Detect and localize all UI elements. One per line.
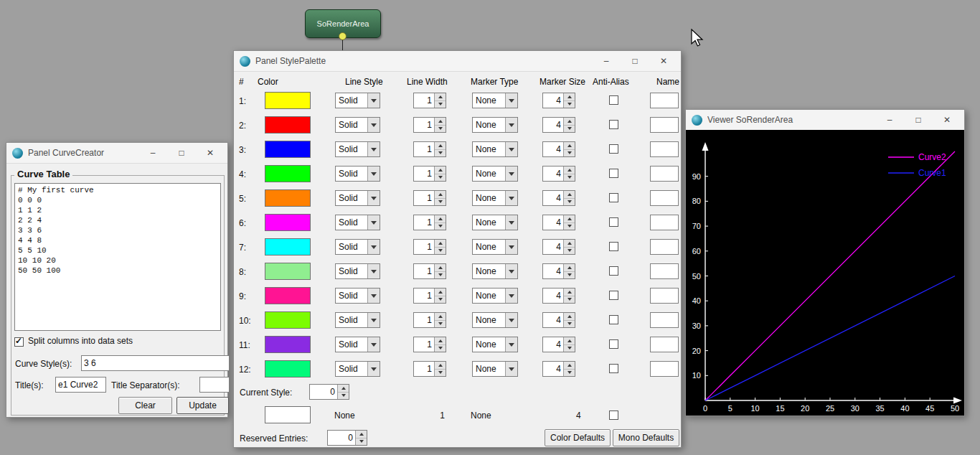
line-width-spinner[interactable]: 1 [413, 117, 446, 133]
name-input[interactable] [650, 337, 679, 352]
spin-up-icon[interactable] [435, 93, 446, 101]
marker-type-select[interactable]: None [472, 263, 518, 279]
spin-up-icon[interactable] [564, 215, 575, 223]
marker-size-spinner[interactable]: 4 [542, 288, 575, 304]
color-swatch[interactable] [265, 116, 311, 133]
marker-type-select[interactable]: None [472, 141, 518, 157]
node-output-connector[interactable] [339, 32, 347, 40]
spin-down-icon[interactable] [564, 321, 575, 328]
color-swatch[interactable] [265, 287, 311, 304]
spin-up-icon[interactable] [564, 362, 575, 370]
spin-up-icon[interactable] [435, 240, 446, 248]
minimize-icon[interactable]: – [138, 145, 167, 161]
name-input[interactable] [650, 93, 679, 108]
line-style-select[interactable]: Solid [335, 93, 380, 108]
spin-down-icon[interactable] [435, 223, 446, 230]
name-input[interactable] [650, 190, 679, 206]
line-style-select[interactable]: Solid [335, 288, 380, 304]
marker-size-spinner[interactable]: 4 [542, 312, 575, 328]
spin-up-icon[interactable] [435, 337, 446, 345]
minimize-icon[interactable]: – [875, 112, 904, 128]
spin-down-icon[interactable] [564, 174, 575, 182]
name-input[interactable] [650, 166, 679, 182]
anti-alias-checkbox[interactable] [609, 120, 618, 129]
marker-size-spinner[interactable]: 4 [542, 215, 575, 230]
line-width-spinner[interactable]: 1 [413, 190, 446, 206]
line-width-spinner[interactable]: 1 [413, 312, 446, 328]
spin-up-icon[interactable] [435, 264, 446, 272]
spin-down-icon[interactable] [435, 272, 446, 279]
spin-up-icon[interactable] [435, 313, 446, 321]
spin-down-icon[interactable] [435, 296, 446, 304]
anti-alias-checkbox[interactable] [609, 144, 618, 154]
spin-down-icon[interactable] [564, 272, 575, 279]
color-swatch[interactable] [265, 311, 311, 329]
spin-down-icon[interactable] [564, 199, 575, 206]
anti-alias-checkbox[interactable] [609, 242, 618, 251]
name-input[interactable] [650, 263, 679, 279]
marker-size-spinner[interactable]: 4 [542, 166, 575, 182]
title-separator-input[interactable] [199, 377, 230, 393]
anti-alias-checkbox[interactable] [609, 95, 618, 105]
spin-down-icon[interactable] [564, 223, 575, 230]
line-style-select[interactable]: Solid [335, 141, 380, 157]
marker-type-select[interactable]: None [472, 288, 518, 304]
color-swatch[interactable] [265, 238, 311, 255]
name-input[interactable] [650, 117, 679, 133]
spin-up-icon[interactable] [356, 431, 367, 438]
line-width-spinner[interactable]: 1 [413, 215, 446, 230]
name-input[interactable] [650, 141, 679, 157]
color-swatch[interactable] [265, 214, 311, 231]
anti-alias-checkbox[interactable] [609, 315, 618, 324]
color-swatch[interactable] [265, 360, 311, 377]
marker-size-spinner[interactable]: 4 [542, 337, 575, 352]
line-width-spinner[interactable]: 1 [413, 239, 446, 255]
marker-type-select[interactable]: None [472, 215, 518, 230]
spin-down-icon[interactable] [435, 101, 446, 108]
spin-up-icon[interactable] [435, 166, 446, 174]
line-style-select[interactable]: Solid [335, 215, 380, 230]
marker-size-spinner[interactable]: 4 [542, 141, 575, 157]
spin-down-icon[interactable] [435, 126, 446, 133]
spin-down-icon[interactable] [564, 296, 575, 304]
spin-up-icon[interactable] [435, 289, 446, 296]
line-style-select[interactable]: Solid [335, 263, 380, 279]
anti-alias-checkbox[interactable] [609, 291, 618, 300]
spin-down-icon[interactable] [435, 199, 446, 206]
maximize-icon[interactable]: □ [167, 145, 196, 161]
render-canvas[interactable]: 05101520253035404550102030405060708090Cu… [686, 130, 964, 416]
spin-down-icon[interactable] [435, 370, 446, 377]
marker-type-select[interactable]: None [472, 166, 518, 182]
maximize-icon[interactable]: □ [621, 53, 649, 69]
marker-type-select[interactable]: None [472, 361, 518, 377]
spin-down-icon[interactable] [435, 321, 446, 328]
marker-type-select[interactable]: None [472, 117, 518, 133]
line-style-select[interactable]: Solid [335, 239, 380, 255]
minimize-icon[interactable]: – [592, 53, 621, 69]
line-width-spinner[interactable]: 1 [413, 141, 446, 157]
spin-up-icon[interactable] [564, 240, 575, 248]
spin-down-icon[interactable] [338, 393, 349, 400]
color-swatch[interactable] [265, 92, 311, 109]
titlebar-viewer[interactable]: Viewer SoRenderArea – □ ✕ [686, 110, 964, 131]
spin-down-icon[interactable] [435, 174, 446, 182]
anti-alias-checkbox[interactable] [609, 217, 618, 227]
update-button[interactable]: Update [176, 397, 229, 414]
spin-down-icon[interactable] [435, 248, 446, 255]
anti-alias-checkbox[interactable] [609, 193, 618, 202]
close-icon[interactable]: ✕ [933, 112, 961, 128]
line-width-spinner[interactable]: 1 [413, 361, 446, 377]
spin-up-icon[interactable] [564, 142, 575, 150]
name-input[interactable] [650, 312, 679, 328]
titles-input[interactable] [55, 377, 106, 393]
marker-type-select[interactable]: None [472, 312, 518, 328]
spin-up-icon[interactable] [435, 118, 446, 126]
curve-styles-input[interactable] [81, 355, 230, 371]
marker-size-spinner[interactable]: 4 [542, 239, 575, 255]
marker-type-select[interactable]: None [472, 190, 518, 206]
spin-down-icon[interactable] [356, 438, 367, 446]
titlebar-curvecreator[interactable]: Panel CurveCreator – □ ✕ [6, 143, 227, 164]
marker-type-select[interactable]: None [472, 239, 518, 255]
spin-up-icon[interactable] [564, 289, 575, 296]
line-width-spinner[interactable]: 1 [413, 263, 446, 279]
